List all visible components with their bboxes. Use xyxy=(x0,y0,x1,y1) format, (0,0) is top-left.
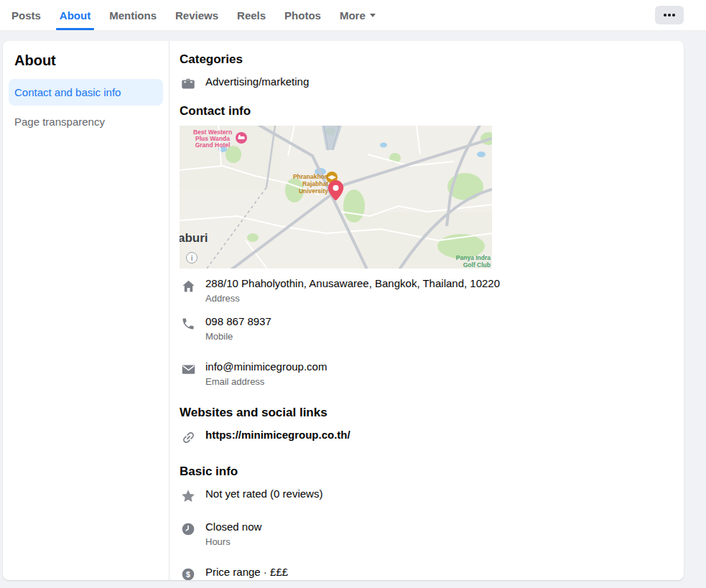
sidebar-item-page-transparency[interactable]: Page transparency xyxy=(9,108,163,135)
about-sidebar: About Contact and basic info Page transp… xyxy=(3,41,169,580)
tab-mentions-label: Mentions xyxy=(109,9,157,22)
tab-mentions[interactable]: Mentions xyxy=(100,0,166,30)
basic-info-heading: Basic info xyxy=(180,465,672,479)
envelope-icon xyxy=(180,360,197,378)
tab-posts[interactable]: Posts xyxy=(2,0,50,30)
category-value: Advertising/marketing xyxy=(205,75,309,88)
tab-about-label: About xyxy=(60,9,90,22)
map-city-label: aburi xyxy=(180,231,208,245)
tab-reels-label: Reels xyxy=(237,9,266,22)
map-image: Best Western Plus Wanda Grand Hotel Phra… xyxy=(180,126,492,269)
svg-text:Grand Hotel: Grand Hotel xyxy=(195,141,231,149)
tab-reviews[interactable]: Reviews xyxy=(166,0,228,30)
star-icon xyxy=(180,487,197,505)
sidebar-title: About xyxy=(14,52,163,69)
about-card: About Contact and basic info Page transp… xyxy=(3,41,684,580)
tab-reviews-label: Reviews xyxy=(175,9,218,22)
dollar-icon: $ xyxy=(180,566,197,580)
page-tabs-bar: Posts About Mentions Reviews Reels Photo… xyxy=(0,0,706,31)
tab-more[interactable]: More xyxy=(330,0,385,30)
hours-row: Closed now Hours xyxy=(180,521,672,547)
rating-value: Not yet rated (0 reviews) xyxy=(205,487,322,500)
link-icon xyxy=(180,429,197,446)
categories-heading: Categories xyxy=(180,52,672,67)
location-map[interactable]: Best Western Plus Wanda Grand Hotel Phra… xyxy=(180,126,492,269)
address-label: Address xyxy=(205,293,500,304)
svg-text:Phranakhon: Phranakhon xyxy=(293,173,328,180)
phone-icon xyxy=(180,315,197,332)
sidebar-item-label: Page transparency xyxy=(14,116,105,128)
ellipsis-icon xyxy=(664,14,666,17)
tab-photos-label: Photos xyxy=(284,9,321,22)
websites-heading: Websites and social links xyxy=(180,406,672,420)
tab-about[interactable]: About xyxy=(50,0,100,30)
contact-info-heading: Contact info xyxy=(180,104,672,118)
sidebar-item-label: Contact and basic info xyxy=(14,86,121,98)
mobile-value: 098 867 8937 xyxy=(205,315,271,328)
about-main-content: Categories Advertising/marketing Contact… xyxy=(169,41,684,580)
mobile-label: Mobile xyxy=(205,331,271,342)
briefcase-icon xyxy=(180,75,197,93)
price-value: Price range · £££ xyxy=(205,566,288,579)
svg-text:Rajabhat: Rajabhat xyxy=(302,180,328,187)
website-row: https://minimicegroup.co.th/ xyxy=(180,429,672,446)
price-row: $ Price range · £££ Price xyxy=(180,566,672,580)
house-icon xyxy=(180,277,197,294)
info-icon[interactable]: i xyxy=(187,253,198,263)
tab-reels[interactable]: Reels xyxy=(228,0,275,30)
chevron-down-icon xyxy=(370,14,376,17)
category-row: Advertising/marketing xyxy=(180,75,672,93)
address-value: 288/10 Phaholyothin, Anusawaree, Bangkok… xyxy=(205,277,500,290)
mobile-row: 098 867 8937 Mobile xyxy=(180,315,672,342)
tab-more-label: More xyxy=(340,9,366,22)
website-link[interactable]: https://minimicegroup.co.th/ xyxy=(205,429,350,442)
email-label: Email address xyxy=(205,376,327,387)
svg-text:$: $ xyxy=(186,571,190,579)
svg-text:i: i xyxy=(191,254,192,262)
clock-icon xyxy=(180,521,197,538)
svg-text:Golf Club: Golf Club xyxy=(463,261,491,269)
hours-value: Closed now xyxy=(205,521,261,533)
email-row: info@minimicegroup.com Email address xyxy=(180,360,672,387)
address-row: 288/10 Phaholyothin, Anusawaree, Bangkok… xyxy=(180,277,672,304)
tab-photos[interactable]: Photos xyxy=(275,0,330,30)
hours-label: Hours xyxy=(205,536,261,547)
sidebar-item-contact-basic-info[interactable]: Contact and basic info xyxy=(9,79,163,106)
rating-row: Not yet rated (0 reviews) xyxy=(180,487,672,505)
more-actions-button[interactable] xyxy=(655,6,684,24)
tab-list: Posts About Mentions Reviews Reels Photo… xyxy=(2,0,385,30)
email-value: info@minimicegroup.com xyxy=(205,360,327,373)
svg-text:University: University xyxy=(299,187,328,195)
svg-text:Panya Indra: Panya Indra xyxy=(456,254,491,261)
tab-posts-label: Posts xyxy=(11,9,41,22)
